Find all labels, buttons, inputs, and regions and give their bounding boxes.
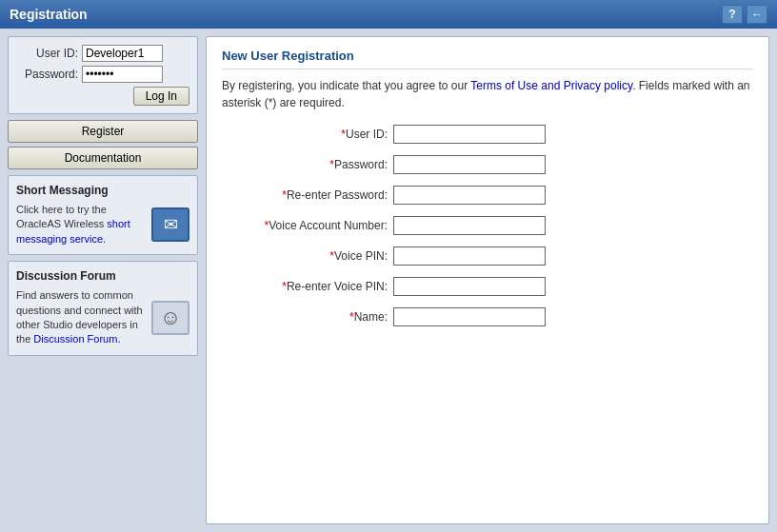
reg-password-input[interactable] — [393, 155, 546, 174]
login-button[interactable]: Log In — [133, 87, 189, 106]
discussion-forum-link[interactable]: Discussion Forum. — [33, 333, 120, 345]
discussion-forum-icon[interactable]: ☺ — [151, 301, 189, 335]
userid-input[interactable] — [82, 45, 163, 62]
name-field-label: *Name: — [222, 310, 393, 324]
discussion-forum-title: Discussion Forum — [16, 269, 189, 283]
password-field-label: *Password: — [222, 158, 393, 171]
short-messaging-text: Click here to try the OracleAS Wireless … — [16, 203, 146, 246]
title-bar: Registration ? ← — [0, 0, 777, 29]
voice-account-field-row: *Voice Account Number: — [222, 216, 753, 235]
forum-face-icon: ☺ — [160, 305, 181, 330]
userid-field-text: User ID: — [346, 128, 388, 141]
voice-pin-field-text: Voice PIN: — [334, 249, 388, 263]
register-button[interactable]: Register — [8, 120, 198, 143]
userid-field-row: *User ID: — [222, 125, 753, 144]
reg-re-password-input[interactable] — [393, 186, 546, 205]
password-field-row: *Password: — [222, 155, 753, 174]
password-input[interactable] — [82, 66, 163, 83]
left-panel: User ID: Password: Log In Register Docum… — [8, 36, 198, 524]
reg-voice-pin-input[interactable] — [393, 246, 546, 266]
name-field-row: *Name: — [222, 307, 753, 326]
voice-pin-field-row: *Voice PIN: — [222, 246, 753, 266]
re-voice-pin-field-row: *Re-enter Voice PIN: — [222, 277, 753, 296]
short-messaging-content: Click here to try the OracleAS Wireless … — [16, 203, 189, 246]
reg-voice-account-input[interactable] — [393, 216, 546, 235]
discussion-forum-box: Discussion Forum Find answers to common … — [8, 261, 198, 356]
side-buttons: Register Documentation — [8, 120, 198, 169]
re-voice-pin-field-text: Re-enter Voice PIN: — [287, 280, 388, 293]
re-password-field-text: Re-enter Password: — [287, 188, 388, 202]
title-bar-icons: ? ← — [722, 5, 767, 24]
help-icon[interactable]: ? — [722, 5, 743, 24]
form-title: New User Registration — [222, 49, 753, 69]
userid-row: User ID: — [16, 45, 189, 62]
reg-re-voice-pin-input[interactable] — [393, 277, 546, 296]
re-password-field-label: *Re-enter Password: — [222, 188, 393, 202]
voice-account-field-label: *Voice Account Number: — [222, 219, 393, 232]
name-field-text: Name: — [354, 310, 388, 324]
intro-text: By registering, you indicate that you ag… — [222, 79, 470, 92]
re-password-field-row: *Re-enter Password: — [222, 186, 753, 205]
discussion-forum-content: Find answers to common questions and con… — [16, 288, 189, 347]
password-label: Password: — [16, 68, 78, 81]
main-layout: User ID: Password: Log In Register Docum… — [0, 29, 777, 532]
app-title: Registration — [10, 7, 88, 22]
login-btn-row: Log In — [16, 87, 189, 106]
short-messaging-text1: Click here to try the OracleAS Wireless — [16, 204, 107, 229]
password-row: Password: — [16, 66, 189, 83]
reg-userid-input[interactable] — [393, 125, 546, 144]
short-messaging-box: Short Messaging Click here to try the Or… — [8, 175, 198, 255]
close-icon[interactable]: ← — [747, 5, 767, 24]
registration-panel: New User Registration By registering, yo… — [206, 36, 769, 524]
userid-label: User ID: — [16, 47, 78, 60]
password-field-text: Password: — [334, 158, 388, 171]
voice-account-field-text: Voice Account Number: — [269, 219, 388, 232]
userid-field-label: *User ID: — [222, 128, 393, 141]
reg-name-input[interactable] — [393, 307, 546, 326]
discussion-forum-text: Find answers to common questions and con… — [16, 288, 146, 347]
voice-pin-field-label: *Voice PIN: — [222, 249, 393, 263]
email-icon: ✉ — [164, 214, 178, 235]
documentation-button[interactable]: Documentation — [8, 147, 198, 169]
form-intro: By registering, you indicate that you ag… — [222, 77, 753, 111]
terms-link[interactable]: Terms of Use and Privacy policy — [470, 79, 632, 92]
re-voice-pin-field-label: *Re-enter Voice PIN: — [222, 280, 393, 293]
login-box: User ID: Password: Log In — [8, 36, 198, 114]
short-messaging-icon[interactable]: ✉ — [151, 207, 189, 242]
short-messaging-title: Short Messaging — [16, 184, 189, 197]
